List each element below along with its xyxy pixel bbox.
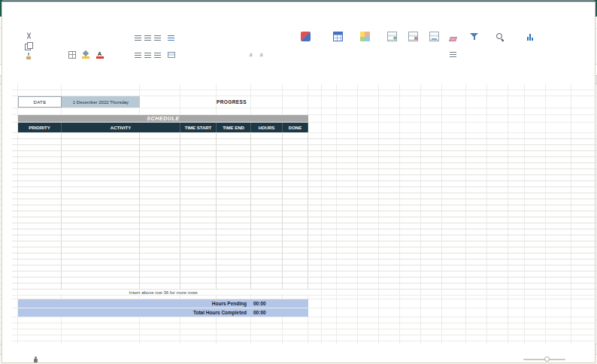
cell[interactable]	[322, 229, 337, 235]
cell[interactable]	[140, 84, 180, 89]
cell[interactable]	[140, 229, 180, 235]
cell[interactable]	[379, 139, 400, 144]
cell[interactable]	[140, 253, 180, 259]
cell[interactable]	[217, 139, 251, 144]
cell[interactable]	[546, 108, 571, 114]
cell[interactable]	[400, 205, 421, 211]
cell[interactable]	[400, 308, 421, 317]
cell[interactable]	[466, 241, 487, 247]
cell[interactable]	[466, 151, 487, 156]
cell[interactable]	[337, 259, 358, 265]
cell[interactable]	[12, 181, 18, 187]
cell[interactable]	[337, 217, 358, 223]
cell[interactable]	[442, 123, 466, 132]
cell[interactable]	[12, 229, 18, 235]
cell[interactable]	[466, 265, 487, 271]
cell[interactable]	[283, 157, 308, 162]
cell[interactable]	[180, 199, 217, 205]
cell[interactable]	[508, 193, 525, 199]
cell[interactable]	[308, 181, 322, 187]
cell[interactable]	[442, 96, 466, 108]
cell[interactable]	[180, 108, 217, 114]
cell[interactable]	[358, 181, 379, 187]
cell[interactable]	[442, 317, 466, 323]
cell[interactable]	[217, 108, 251, 114]
cell[interactable]	[62, 193, 140, 199]
cell[interactable]	[180, 247, 217, 253]
cell[interactable]	[571, 265, 597, 271]
cell[interactable]	[217, 211, 251, 217]
cell[interactable]	[337, 90, 358, 96]
sheet-row-33[interactable]	[12, 271, 597, 278]
cell[interactable]	[358, 235, 379, 241]
sheet-row-27[interactable]	[12, 235, 597, 241]
cell[interactable]	[62, 223, 140, 229]
cell[interactable]	[358, 205, 379, 211]
cell[interactable]	[442, 169, 466, 174]
cell[interactable]	[18, 259, 62, 265]
cell[interactable]	[358, 169, 379, 174]
cell[interactable]	[358, 290, 379, 295]
cell[interactable]	[379, 299, 400, 308]
cell[interactable]	[571, 145, 597, 150]
cell[interactable]	[12, 115, 18, 122]
cell[interactable]	[358, 193, 379, 199]
cell[interactable]	[12, 199, 18, 205]
cell[interactable]	[571, 115, 597, 122]
cell[interactable]	[546, 247, 571, 253]
cell[interactable]	[487, 247, 508, 253]
cell[interactable]	[18, 284, 62, 289]
cell[interactable]	[379, 259, 400, 265]
cell[interactable]	[358, 157, 379, 162]
cell[interactable]	[379, 163, 400, 168]
cell[interactable]	[358, 115, 379, 122]
cell[interactable]	[466, 290, 487, 295]
cell[interactable]	[421, 187, 442, 193]
cell[interactable]	[442, 115, 466, 122]
cell[interactable]	[508, 157, 525, 162]
cell[interactable]	[308, 329, 322, 335]
cell[interactable]	[140, 241, 180, 247]
cell[interactable]	[12, 259, 18, 265]
cell[interactable]	[308, 108, 322, 114]
cell[interactable]	[546, 115, 571, 122]
cell[interactable]	[12, 217, 18, 223]
cell[interactable]	[283, 317, 308, 323]
total-hours-label[interactable]: Total Hours Completed	[18, 308, 248, 317]
cell[interactable]	[487, 229, 508, 235]
cell[interactable]	[322, 169, 337, 174]
cell[interactable]	[487, 211, 508, 217]
cell[interactable]	[571, 133, 597, 138]
cell[interactable]	[180, 323, 217, 329]
cell[interactable]	[180, 84, 217, 89]
cell[interactable]	[571, 241, 597, 247]
cell[interactable]	[525, 296, 546, 299]
cell[interactable]	[400, 323, 421, 329]
cell[interactable]	[308, 163, 322, 168]
cell[interactable]	[546, 139, 571, 144]
cell[interactable]	[571, 123, 597, 132]
table-header-hours[interactable]: HOURS	[251, 123, 283, 132]
cell[interactable]	[487, 187, 508, 193]
sheet-row-29[interactable]	[12, 247, 597, 253]
cell[interactable]	[18, 217, 62, 223]
cell[interactable]	[358, 329, 379, 335]
cell[interactable]	[308, 84, 322, 89]
cell[interactable]	[525, 139, 546, 144]
cell[interactable]	[508, 323, 525, 329]
cell[interactable]	[337, 151, 358, 156]
cell[interactable]	[337, 241, 358, 247]
cell[interactable]	[251, 247, 283, 253]
cell[interactable]	[508, 163, 525, 168]
cell[interactable]	[508, 253, 525, 259]
cell[interactable]	[62, 187, 140, 193]
cell[interactable]	[12, 253, 18, 259]
cell[interactable]	[525, 290, 546, 295]
cell[interactable]	[180, 253, 217, 259]
cell[interactable]	[62, 341, 140, 344]
cell[interactable]	[442, 223, 466, 229]
cell[interactable]	[12, 317, 18, 323]
cell[interactable]	[546, 157, 571, 162]
sheet-row-22[interactable]	[12, 205, 597, 211]
cell[interactable]	[379, 123, 400, 132]
